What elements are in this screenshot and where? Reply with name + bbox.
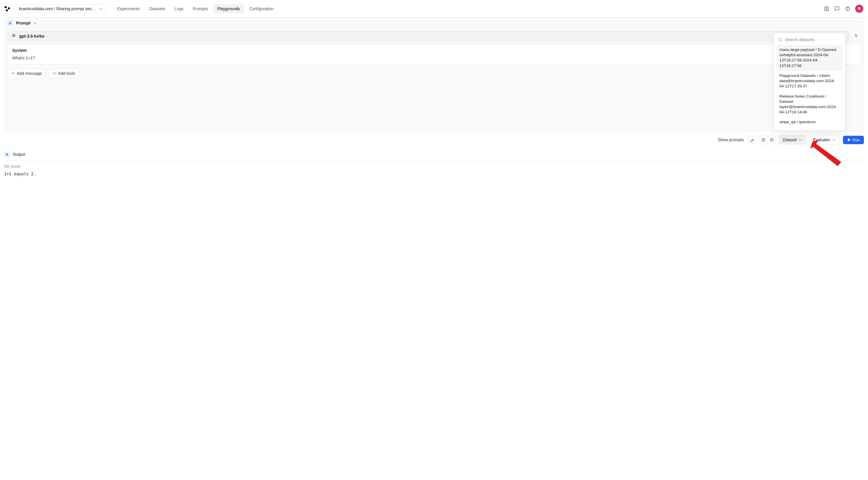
system-role-label: System [12, 48, 856, 53]
nav-tab-experiments[interactable]: Experiments [113, 4, 144, 13]
nav-tabs: ExperimentsDatasetsLogsPromptsPlayground… [113, 4, 278, 13]
dataset-button-label: Dataset [783, 137, 797, 142]
nav-tab-logs[interactable]: Logs [170, 4, 187, 13]
model-selector[interactable]: gpt-3.5-turbo [7, 31, 849, 41]
avatar[interactable]: R [855, 5, 863, 13]
output-body: No score 1+1 equals 2. [4, 161, 864, 176]
comment-icon[interactable] [834, 6, 840, 12]
avatar-initial: R [858, 6, 861, 11]
dataset-item[interactable]: manu-large-payload / D-Opened-unhelpful-… [776, 45, 842, 71]
braintrust-logo[interactable] [5, 6, 10, 11]
main: A Prompt gpt-3.5-turbo [0, 18, 868, 480]
add-message-button[interactable]: Add message [7, 69, 46, 78]
svg-point-8 [779, 38, 782, 41]
view-toggle [759, 135, 776, 144]
topbar-right: R [824, 5, 863, 13]
rows-icon [770, 138, 774, 142]
prompt-badge-letter: A [9, 21, 11, 25]
chevron-down-icon [99, 7, 103, 11]
dataset-item[interactable]: Playground Datasets / robert-data@braint… [776, 71, 842, 92]
prompt-title: Prompt [16, 21, 30, 25]
svg-rect-11 [762, 138, 763, 141]
system-content: What's 1+1? [12, 56, 856, 60]
dataset-item[interactable]: stripe_qa / questions [776, 117, 842, 127]
system-message-box[interactable]: System What's 1+1? [7, 44, 861, 65]
model-name: gpt-3.5-turbo [19, 34, 44, 38]
dataset-item[interactable]: Release Notes Cookbook / Dataset-taylor@… [776, 92, 842, 117]
svg-rect-13 [770, 138, 773, 139]
run-button[interactable]: Run [843, 136, 864, 144]
svg-line-9 [781, 40, 782, 41]
prompt-header: A Prompt [4, 18, 864, 29]
nav-tab-prompts[interactable]: Prompts [189, 4, 212, 13]
chevron-down-icon [832, 138, 836, 142]
evaluator-button[interactable]: Evaluator [809, 135, 840, 144]
dataset-button[interactable]: Dataset [779, 135, 806, 144]
topbar: braintrustdata.com / Sharing prompt sess… [0, 0, 868, 18]
dataset-item[interactable]: manu-test-project / manu-test-dataset [776, 127, 842, 128]
help-icon[interactable] [845, 6, 850, 12]
output-title: Output [13, 152, 25, 157]
dataset-dropdown: manu-large-payload / D-Opened-unhelpful-… [774, 33, 845, 131]
evaluator-button-label: Evaluator [813, 137, 830, 142]
prompt-panel: A Prompt gpt-3.5-turbo [4, 18, 864, 131]
svg-rect-14 [770, 140, 773, 141]
dataset-search-input[interactable] [785, 37, 841, 42]
search-icon [778, 38, 783, 42]
add-tools-button[interactable]: Add tools [49, 69, 79, 78]
breadcrumb-text: braintrustdata.com / Sharing prompt sess… [19, 6, 96, 11]
dataset-list[interactable]: manu-large-payload / D-Opened-unhelpful-… [776, 45, 843, 128]
run-button-label: Run [853, 138, 860, 142]
code-icon [53, 71, 57, 75]
no-score-label: No score [4, 164, 864, 169]
eraser-button[interactable] [748, 136, 756, 144]
columns-view-button[interactable] [759, 136, 768, 144]
dataset-search-row [776, 36, 843, 45]
svg-rect-12 [764, 138, 765, 141]
columns-icon [761, 138, 766, 142]
docs-icon[interactable] [824, 6, 830, 12]
nav-tab-configuration[interactable]: Configuration [245, 4, 277, 13]
show-prompts-label[interactable]: Show prompts [718, 137, 744, 142]
plus-icon [11, 71, 15, 75]
model-row: gpt-3.5-turbo [4, 29, 864, 44]
sliders-icon [854, 33, 858, 38]
rows-view-button[interactable] [768, 136, 776, 144]
output-header: A Output [4, 148, 864, 161]
nav-tab-playgrounds[interactable]: Playgrounds [213, 4, 244, 13]
openai-icon [11, 34, 16, 39]
toolbar-row: Show prompts Dataset Evaluator Run [4, 131, 864, 147]
svg-point-3 [855, 34, 856, 35]
add-tools-label: Add tools [58, 71, 75, 76]
chevron-down-icon [798, 138, 802, 142]
model-settings-button[interactable] [851, 31, 861, 40]
output-badge: A [4, 151, 10, 157]
prompt-badge: A [7, 20, 13, 26]
breadcrumb[interactable]: braintrustdata.com / Sharing prompt sess… [16, 4, 106, 13]
svg-marker-15 [848, 138, 850, 141]
chevron-down-icon[interactable] [33, 21, 37, 25]
nav-tab-datasets[interactable]: Datasets [145, 4, 169, 13]
svg-point-5 [856, 36, 857, 37]
output-badge-letter: A [5, 152, 8, 157]
add-message-label: Add message [17, 71, 42, 76]
eraser-icon [750, 138, 754, 142]
play-icon [847, 138, 851, 142]
output-result: 1+1 equals 2. [4, 172, 864, 176]
add-row: Add message Add tools [4, 65, 864, 78]
